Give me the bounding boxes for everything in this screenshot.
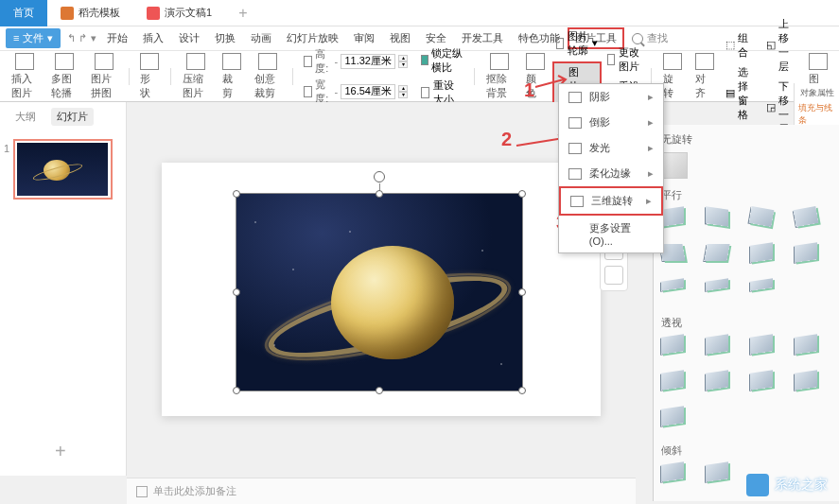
btn-creative-clip[interactable]: 创意裁剪 <box>249 51 287 102</box>
dd-more-settings[interactable]: 更多设置(O)... <box>559 216 663 252</box>
tab-home[interactable]: 首页 <box>0 0 47 26</box>
handle-bm[interactable] <box>376 387 383 394</box>
p3d-opt[interactable] <box>661 463 695 492</box>
sb-tab-outline[interactable]: 大纲 <box>9 108 42 126</box>
p3d-opt[interactable] <box>706 372 740 400</box>
rotate-handle[interactable] <box>374 171 385 182</box>
watermark: 系统之家 <box>746 474 828 496</box>
menu-transition[interactable]: 切换 <box>207 28 243 48</box>
dd-glow[interactable]: 发光▸ <box>559 135 663 161</box>
p3d-opt[interactable] <box>706 280 740 308</box>
p3d-opt[interactable] <box>661 208 695 236</box>
width-down[interactable]: ▾ <box>398 92 408 98</box>
handle-bl[interactable] <box>233 387 240 394</box>
lock-ratio-check[interactable]: 锁定纵横比 <box>421 46 463 75</box>
tab-template[interactable]: 稻壳模板 <box>47 0 133 26</box>
btn-combo[interactable]: ⬚组合 <box>722 29 760 61</box>
btn-picture-puzzle[interactable]: 图片拼图 <box>85 51 123 102</box>
p3d-opt[interactable] <box>750 336 784 364</box>
height-input[interactable] <box>341 54 395 69</box>
p3d-opt[interactable] <box>661 336 695 364</box>
dd-reflection[interactable]: 倒影▸ <box>559 110 663 135</box>
menu-start[interactable]: 开始 <box>99 28 135 48</box>
p3d-opt[interactable] <box>706 463 740 492</box>
p3d-opt[interactable] <box>750 208 784 236</box>
dd-soft-edge[interactable]: 柔化边缘▸ <box>559 161 663 186</box>
btn-multi-carousel[interactable]: 多图轮播 <box>45 51 83 102</box>
selected-image[interactable] <box>236 193 523 391</box>
p3d-opt[interactable] <box>706 208 740 236</box>
p3d-perspective-grid <box>661 336 831 436</box>
menu-insert[interactable]: 插入 <box>135 28 171 48</box>
p3d-parallel-label: 平行 <box>661 188 831 202</box>
height-up[interactable]: ▴ <box>398 55 408 61</box>
p3d-opt[interactable] <box>795 208 829 236</box>
width-up[interactable]: ▴ <box>398 85 408 92</box>
btn-change-pic[interactable]: 更改图片 <box>603 43 645 76</box>
object-properties-header: 对象属性 填充与线条 <box>794 83 839 125</box>
btn-clip[interactable]: 裁剪 <box>217 51 247 102</box>
add-slide-btn[interactable]: + <box>55 441 66 462</box>
p3d-tilt-label: 倾斜 <box>661 443 831 458</box>
menu-review[interactable]: 审阅 <box>346 28 382 48</box>
notes-pane[interactable]: 单击此处添加备注 <box>127 478 636 504</box>
handle-tl[interactable] <box>233 190 240 198</box>
btn-remove-bg[interactable]: 抠除背景 <box>481 51 518 102</box>
menu-slideshow[interactable]: 幻灯片放映 <box>279 28 346 48</box>
p3d-opt[interactable] <box>795 372 829 400</box>
menu-design[interactable]: 设计 <box>171 28 207 48</box>
btn-align[interactable]: 对齐 <box>690 51 720 102</box>
slide[interactable] <box>162 163 601 416</box>
p3d-none-label: 无旋转 <box>661 132 831 147</box>
tab-template-label: 稻壳模板 <box>79 6 120 20</box>
thumb-number: 1 <box>4 143 9 154</box>
search-box[interactable]: 查找 <box>632 31 668 45</box>
p3d-opt[interactable] <box>661 408 695 436</box>
btn-compress[interactable]: 压缩图片 <box>177 51 215 102</box>
handle-mr[interactable] <box>518 288 526 296</box>
p3d-opt[interactable] <box>750 244 784 272</box>
p3d-opt[interactable] <box>661 372 695 400</box>
p3d-perspective-label: 透视 <box>661 316 831 330</box>
slide-sidebar: 大纲 幻灯片 1 + <box>0 102 127 476</box>
tab-document[interactable]: 演示文稿1 <box>133 0 225 26</box>
soft-icon <box>568 168 582 180</box>
btn-insert-picture[interactable]: 插入图片 <box>6 51 44 102</box>
handle-tr[interactable] <box>518 190 526 198</box>
handle-br[interactable] <box>518 387 526 394</box>
tab-doc-label: 演示文稿1 <box>165 6 212 20</box>
sb-tab-slides[interactable]: 幻灯片 <box>51 108 94 126</box>
height-down[interactable]: ▾ <box>398 61 408 68</box>
handle-tm[interactable] <box>376 190 383 198</box>
dimension-controls: 高度:-▴▾ 宽度:-▴▾ <box>298 47 413 106</box>
annotation-2: 2 <box>501 129 512 150</box>
p3d-opt[interactable] <box>795 244 829 272</box>
menu-animation[interactable]: 动画 <box>243 28 279 48</box>
dd-3d-rotate[interactable]: 三维旋转▸ <box>559 186 663 216</box>
ft-more[interactable] <box>604 266 623 285</box>
p3d-opt[interactable] <box>706 336 740 364</box>
p3d-opt[interactable] <box>661 280 695 308</box>
p3d-none-option[interactable] <box>661 152 688 179</box>
p3d-opt[interactable] <box>750 280 784 308</box>
menu-view[interactable]: 视图 <box>382 28 418 48</box>
effect-dropdown: 阴影▸ 倒影▸ 发光▸ 柔化边缘▸ 三维旋转▸ 更多设置(O)... <box>558 83 664 253</box>
btn-up-layer[interactable]: ◱上移一层 <box>762 15 801 76</box>
tab-add[interactable]: + <box>225 0 260 26</box>
btn-sel-pane[interactable]: ▤选择窗格 <box>722 63 760 124</box>
props-fill-line[interactable]: 填充与线条 <box>798 102 835 127</box>
slide-thumbnail-1[interactable]: 1 <box>13 139 113 200</box>
menu-file[interactable]: ≡文件▾ <box>6 28 61 48</box>
width-icon <box>304 86 312 97</box>
handle-ml[interactable] <box>233 288 240 296</box>
btn-pic-outline[interactable]: 图片轮廓▾ <box>552 27 602 60</box>
rotate3d-icon <box>570 196 584 207</box>
p3d-opt[interactable] <box>661 244 695 272</box>
width-input[interactable] <box>341 84 395 99</box>
p3d-opt[interactable] <box>706 244 740 272</box>
btn-shape[interactable]: 形状 <box>134 51 165 102</box>
height-icon <box>304 56 312 67</box>
p3d-opt[interactable] <box>795 336 829 364</box>
dd-shadow[interactable]: 阴影▸ <box>559 84 663 110</box>
p3d-opt[interactable] <box>750 372 784 400</box>
